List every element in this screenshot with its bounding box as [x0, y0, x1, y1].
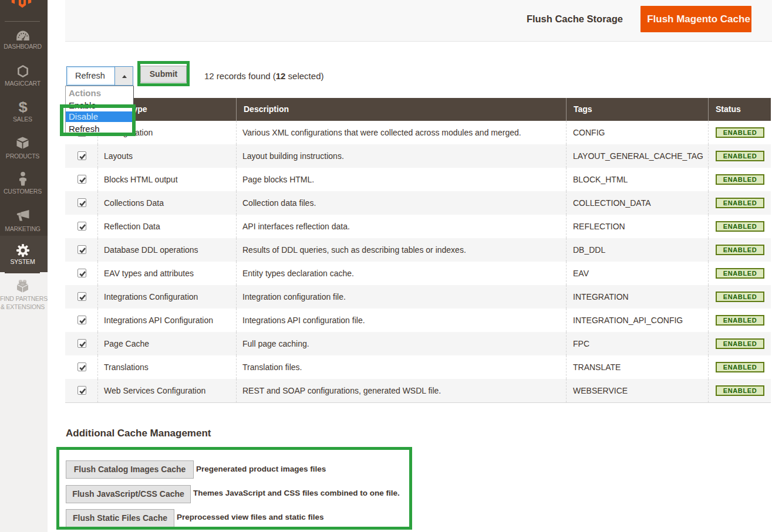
svg-text:$: $ [18, 100, 28, 114]
